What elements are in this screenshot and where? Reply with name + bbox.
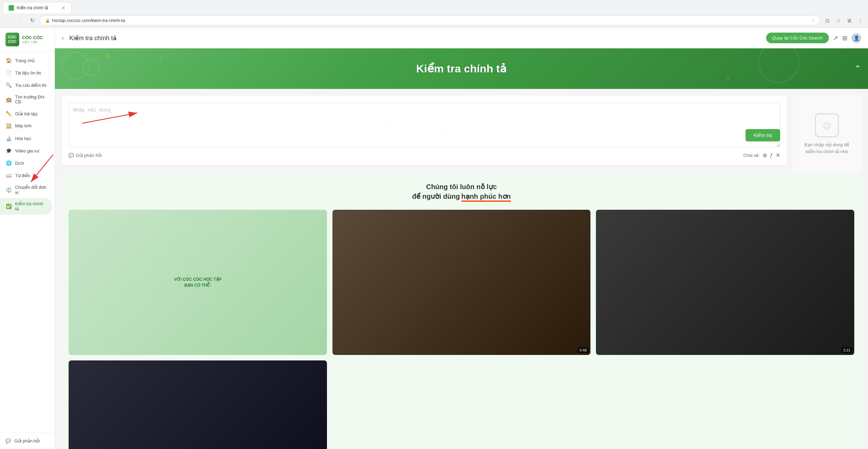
video-thumb-3[interactable]: 3:21 (596, 210, 854, 355)
apps-grid-icon[interactable]: ⊞ (842, 34, 847, 42)
sidebar-item-chuyen-doi[interactable]: ⚖️ Chuyển đổi đơn vị (0, 182, 55, 198)
app-container: CÓC CÓC CÓC CÓC HỌC TẬP 🏠 Trang chủ 📄 Tà… (0, 28, 868, 449)
video-grid: VỚI CÓC CÓC HỌC TẬPBẠN CÓ THỂ: 0:48 3:21… (69, 210, 854, 449)
lock-icon: 🔒 (45, 18, 50, 23)
smiley-face: ☺ (821, 119, 833, 132)
url-text: hoctap.coccoc.com/kiem-tra-chinh-ta (52, 18, 808, 23)
share-network-icon[interactable]: ⊕ (763, 152, 767, 159)
highlight-text: hạnh phúc hơn (461, 193, 511, 200)
logo-text-container: CÓC CÓC HỌC TẬP (22, 35, 43, 44)
nav-label-trang-chu: Trang chủ (15, 58, 35, 63)
chemistry-icon: 🔬 (5, 135, 12, 141)
deco-lightbulb: 💡 (103, 54, 112, 62)
share-label: Chia sẻ: (743, 153, 760, 158)
page-back-btn[interactable]: ‹ (62, 34, 64, 42)
share-icon[interactable]: ↗ (833, 34, 838, 42)
spell-textarea[interactable] (69, 103, 780, 147)
hero-banner: 💡 ✦ ☀ Kiểm tra chính tả ⌃ (55, 48, 868, 89)
forward-btn[interactable]: → (15, 16, 25, 25)
footer-feedback[interactable]: 💬 Gửi phản hồi (5, 436, 49, 446)
header-actions: Quay lại Cốc Cóc Search ↗ ⊞ 👤 (766, 33, 861, 43)
nav-label-tu-dien: Từ điển (15, 173, 30, 178)
back-btn[interactable]: ← (3, 16, 12, 25)
promo-title-line2-container: để người dùng hạnh phúc hơn (69, 192, 854, 203)
reload-btn[interactable]: ↻ (27, 16, 37, 25)
page-header: ‹ Kiểm tra chính tả Quay lại Cốc Cóc Sea… (55, 28, 868, 48)
calculator-icon: 🧮 (5, 123, 12, 129)
convert-icon: ⚖️ (5, 187, 12, 193)
promo-title-highlight: hạnh phúc hơn (461, 192, 511, 202)
twitter-x-icon[interactable]: ✕ (776, 152, 780, 159)
nav-label-chuyen-doi: Chuyển đổi đơn vị (15, 185, 49, 195)
spell-check-layout: IMTA.edu.vn Internet Marketing Target Au… (62, 96, 861, 172)
tab-close-btn[interactable]: ✕ (61, 5, 66, 11)
main-content: ‹ Kiểm tra chính tả Quay lại Cốc Cóc Sea… (55, 28, 868, 449)
sidebar-item-hoa-hoc[interactable]: 🔬 Hóa học (0, 132, 55, 145)
content-area: IMTA.edu.vn Internet Marketing Target Au… (55, 89, 868, 449)
profile-avatar[interactable]: 👤 (852, 33, 861, 43)
bookmark-btn[interactable]: ☆ (834, 16, 843, 25)
deco-circle-3 (758, 48, 799, 83)
logo-sub: HỌC TẬP (22, 41, 43, 44)
school-icon: 🏫 (5, 96, 12, 103)
page-title: Kiểm tra chính tả (69, 34, 761, 42)
feedback-label: Gửi phản hồi (76, 153, 102, 158)
nav-label-tai-lieu: Tài liệu ôn thi (15, 70, 41, 76)
browser-chrome: Kiểm tra chính tả ✕ ← → ↻ 🔒 hoctap.cocco… (0, 0, 868, 28)
nav-label-tra-cuu: Tra cứu điểm thi (15, 83, 46, 88)
check-icon: ✅ (5, 203, 12, 209)
hero-title: Kiểm tra chính tả (416, 62, 507, 75)
feedback-icon: 💬 (5, 438, 11, 444)
video-text-1: VỚI CÓC CÓC HỌC TẬPBẠN CÓ THỂ: (171, 274, 224, 291)
quay-lai-button[interactable]: Quay lại Cốc Cóc Search (766, 33, 829, 43)
logo-image: CÓC CÓC (5, 33, 19, 46)
sidebar-item-tai-lieu-on-thi[interactable]: 📄 Tài liệu ôn thi (0, 67, 55, 79)
underline-decoration (461, 201, 511, 202)
video-thumb-1[interactable]: VỚI CÓC CÓC HỌC TẬPBẠN CÓ THỂ: (69, 210, 327, 355)
sidebar-item-video-gia-su[interactable]: 🎓 Video gia sư (0, 145, 55, 157)
browser-toolbar: ← → ↻ 🔒 hoctap.coccoc.com/kiem-tra-chinh… (0, 13, 868, 27)
deco-compass: ☀ (725, 74, 731, 82)
video-thumb-2[interactable]: 0:48 (332, 210, 591, 355)
hero-chevron-btn[interactable]: ⌃ (854, 64, 861, 73)
video-duration-2: 0:48 (578, 347, 588, 353)
sidebar-item-kiem-tra-chinh-ta[interactable]: ✅ Kiểm tra chính tả (0, 198, 52, 215)
sidebar-item-tim-truong[interactable]: 🏫 Tìm trường ĐH-CĐ (0, 91, 55, 107)
tab-favicon (9, 5, 14, 11)
sidebar-item-dich[interactable]: 🌐 Dịch (0, 157, 55, 169)
sidebar-footer: 💬 Gửi phản hồi (0, 433, 55, 449)
extensions-btn[interactable]: ⊞ (845, 16, 854, 25)
spell-input-area (69, 103, 780, 149)
feedback-button[interactable]: 💬 Gửi phản hồi (69, 153, 102, 158)
book-icon: 📖 (5, 172, 12, 179)
toolbar-actions: ⊡ ☆ ⊞ ⋮ (823, 16, 865, 25)
sidebar-item-tra-cuu-diem-thi[interactable]: 🔍 Tra cứu điểm thi (0, 79, 55, 91)
star-icon[interactable]: ☆ (811, 18, 815, 23)
spell-left-actions: 💬 Gửi phản hồi (69, 153, 102, 158)
facebook-icon[interactable]: ƒ (770, 152, 773, 159)
active-tab[interactable]: Kiểm tra chính tả ✕ (3, 2, 71, 13)
kiem-tra-button[interactable]: Kiểm tra (746, 129, 780, 141)
tab-bar: Kiểm tra chính tả ✕ (0, 0, 868, 13)
video-thumb-4[interactable]: 2:47 (69, 360, 327, 449)
sidebar-item-trang-chu[interactable]: 🏠 Trang chủ (0, 54, 55, 67)
address-bar[interactable]: 🔒 hoctap.coccoc.com/kiem-tra-chinh-ta ☆ (40, 15, 820, 25)
chat-icon: 💬 (69, 153, 74, 158)
sidebar-nav: 🏠 Trang chủ 📄 Tài liệu ôn thi 🔍 Tra cứu … (0, 51, 55, 433)
deco-star: ✦ (158, 55, 162, 62)
promo-title-line2: để người dùng (412, 193, 460, 200)
logo-brand: CÓC CÓC (22, 35, 43, 41)
cast-btn[interactable]: ⊡ (823, 16, 832, 25)
translate-icon: 🌐 (5, 160, 12, 166)
nav-label-kiem-tra: Kiểm tra chính tả (15, 201, 46, 211)
spell-check-container: IMTA.edu.vn Internet Marketing Target Au… (62, 96, 787, 165)
nav-label-dich: Dịch (15, 161, 24, 166)
sidebar-item-tu-dien[interactable]: 📖 Từ điển (0, 169, 55, 182)
promo-section: Chúng tôi luôn nỗ lực để người dùng hạnh… (62, 172, 861, 449)
sidebar-logo: CÓC CÓC CÓC CÓC HỌC TẬP (0, 28, 55, 51)
sidebar-item-giai-bai-tap[interactable]: ✏️ Giải bài tập (0, 107, 55, 120)
nav-label-video: Video gia sư (15, 148, 39, 153)
menu-btn[interactable]: ⋮ (856, 16, 865, 25)
sidebar-item-may-tinh[interactable]: 🧮 Máy tính (0, 120, 55, 132)
nav-label-tim-truong: Tìm trường ĐH-CĐ (15, 94, 49, 104)
